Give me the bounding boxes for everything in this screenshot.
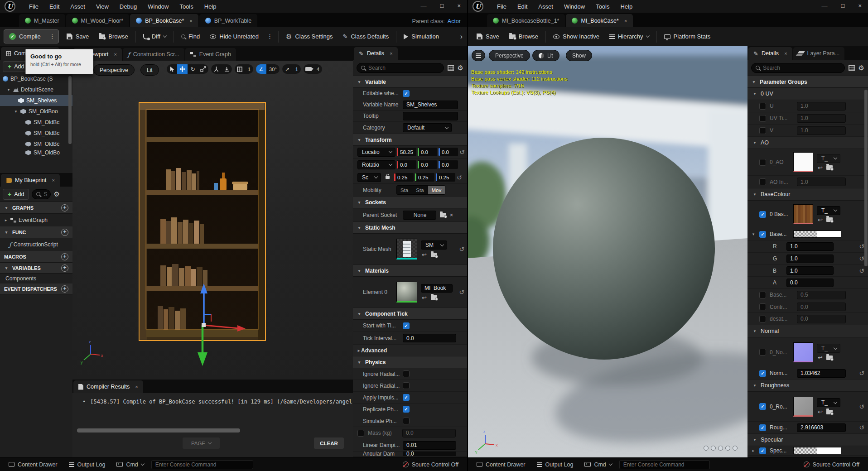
preview-cylinder-icon[interactable]	[704, 446, 709, 451]
menu-help[interactable]: Help	[620, 3, 632, 10]
group-normal-header[interactable]: ▾Normal	[747, 325, 868, 337]
normal-flatten-input[interactable]: 1.03462	[797, 369, 846, 378]
basecolour-texture-thumbnail[interactable]	[793, 204, 813, 224]
angular-damping-input[interactable]: 0.0	[403, 452, 456, 457]
tree-item-defaultscene[interactable]: ▾DefaultScene	[0, 84, 72, 95]
event-graph-tab[interactable]: Event Graph	[185, 48, 236, 61]
scale-snap-icon[interactable]: ↗	[282, 64, 293, 74]
param-uvtiling-input[interactable]: 1.0	[797, 114, 846, 123]
panel-close-icon[interactable]: ×	[784, 51, 787, 56]
override-checkbox[interactable]	[357, 430, 364, 437]
window-maximize-icon[interactable]: □	[440, 2, 444, 9]
menu-file[interactable]: File	[29, 3, 39, 10]
select-tool-icon[interactable]	[167, 64, 177, 74]
override-checkbox[interactable]	[759, 159, 766, 166]
advanced-expander-row[interactable]: ▸Advanced	[353, 345, 467, 356]
tab-close-icon[interactable]: ×	[624, 18, 627, 24]
perspective-button[interactable]: Perspective	[489, 50, 530, 61]
hide-unrelated-options-icon[interactable]: ⋮	[264, 33, 276, 40]
scale-z-input[interactable]: 0.25	[436, 173, 455, 182]
menu-view[interactable]: View	[96, 3, 109, 10]
parent-class-link[interactable]: Actor	[448, 18, 461, 24]
material-name-value[interactable]: MI_Book	[421, 284, 453, 293]
editable-checkbox[interactable]	[403, 90, 410, 97]
hierarchy-button[interactable]: Hierarchy	[604, 29, 654, 44]
start-tick-checkbox[interactable]	[403, 322, 410, 329]
override-checkbox[interactable]	[759, 303, 766, 310]
a-input[interactable]: 0.0	[786, 279, 834, 287]
components-scrollbar[interactable]	[68, 76, 72, 144]
normal-texture-thumbnail[interactable]	[793, 342, 813, 362]
compiler-results-tab[interactable]: Compiler Results×	[73, 380, 143, 393]
show-inactive-button[interactable]: Show Inactive	[548, 29, 604, 44]
add-macro-icon[interactable]: +	[61, 253, 68, 260]
material-thumbnail[interactable]	[396, 282, 417, 303]
display-filters-icon[interactable]	[849, 65, 855, 71]
roughness-power-input[interactable]: 2.916603	[797, 423, 846, 432]
compiler-hscrollbar[interactable]	[77, 428, 240, 433]
override-checkbox[interactable]	[759, 103, 766, 110]
transform-section-header[interactable]: ▾Transform	[353, 134, 467, 146]
construction-script-tab[interactable]: ƒConstruction Scr...	[123, 48, 184, 61]
group-specular-header[interactable]: ▾Specular	[747, 434, 868, 446]
add-function-icon[interactable]: +	[61, 229, 68, 236]
browse-asset-icon[interactable]	[431, 253, 437, 257]
panel-close-icon[interactable]: ×	[135, 384, 138, 389]
tab-close-icon[interactable]: ×	[114, 52, 116, 57]
static-mesh-thumbnail[interactable]	[396, 239, 417, 260]
window-minimize-icon[interactable]: —	[421, 2, 427, 9]
override-checkbox[interactable]	[759, 292, 766, 298]
mobility-movable[interactable]: Mov	[428, 186, 445, 194]
browse-asset-icon[interactable]	[826, 165, 833, 170]
location-dropdown[interactable]: Locatio	[357, 148, 395, 157]
save-button[interactable]: Save	[62, 29, 94, 44]
source-control-button[interactable]: Source Control Off	[800, 459, 863, 471]
menu-tools[interactable]: Tools	[596, 3, 609, 10]
menu-tools[interactable]: Tools	[179, 3, 193, 10]
lock-icon[interactable]	[386, 176, 390, 179]
use-selected-icon[interactable]: ↩	[818, 165, 823, 171]
browse-asset-icon[interactable]	[431, 295, 437, 300]
toolbar-overflow-chevron[interactable]: ›	[460, 33, 467, 41]
desaturation-input[interactable]: 0.0	[797, 315, 846, 323]
tab-m-master[interactable]: M_Master	[19, 14, 65, 27]
reset-icon[interactable]: ↺	[859, 424, 868, 431]
tree-item-sm-oldbooks[interactable]: ▾SM_OldBoo	[0, 106, 72, 117]
rotation-snap-value[interactable]: 30°	[266, 64, 280, 74]
camera-speed-icon[interactable]	[304, 64, 314, 74]
compile-options-icon[interactable]: ⋮	[46, 33, 58, 40]
panel-close-icon[interactable]: ×	[390, 51, 392, 56]
reset-icon[interactable]: ↺	[459, 246, 467, 252]
variable-section-header[interactable]: ▾Variable	[353, 76, 467, 88]
details-search-input[interactable]: Search	[751, 63, 845, 73]
tree-item-root[interactable]: BP_BookCase (S	[0, 73, 72, 84]
r-input[interactable]: 1.0	[786, 242, 834, 251]
variables-section-header[interactable]: ▾VARIABLES+	[0, 263, 72, 274]
reset-icon[interactable]: ↺	[457, 174, 462, 181]
browse-button[interactable]: Browse	[94, 29, 133, 44]
roughness-texture-dropdown[interactable]: T_	[817, 398, 840, 407]
location-z-input[interactable]: 0.0	[439, 148, 458, 156]
material-preview-viewport[interactable]: z y x Perspective Lit Show Base pass sha…	[468, 46, 747, 457]
lit-button[interactable]: Lit	[140, 64, 159, 76]
group-roughness-header[interactable]: ▾Roughness	[747, 380, 868, 392]
browse-asset-icon[interactable]	[826, 217, 833, 222]
perspective-button[interactable]: Perspective	[93, 64, 135, 76]
checkbox[interactable]	[403, 370, 410, 377]
rotation-x-input[interactable]: 0.0	[397, 160, 416, 169]
layer-parameters-tab[interactable]: Layer Para...	[793, 47, 845, 60]
window-close-icon[interactable]: ×	[457, 2, 461, 9]
details-scrollbar[interactable]	[864, 90, 868, 266]
tab-mi-bookcasebottle[interactable]: MI_BookcaseBottle_1*	[487, 14, 565, 27]
override-checkbox[interactable]	[759, 447, 766, 454]
override-checkbox[interactable]	[759, 349, 766, 356]
page-dropdown[interactable]: PAGE	[183, 437, 220, 449]
override-checkbox[interactable]	[759, 127, 766, 134]
details-search-input[interactable]: Search	[357, 63, 444, 73]
ao-texture-thumbnail[interactable]	[793, 152, 813, 172]
add-graph-icon[interactable]: +	[61, 204, 68, 211]
tree-item[interactable]: SM_OldBo	[0, 149, 72, 156]
tab-bp-worktable[interactable]: BP_WorkTable	[199, 14, 257, 27]
menu-file[interactable]: File	[497, 3, 506, 10]
rotate-tool-icon[interactable]: ↻	[188, 64, 198, 74]
